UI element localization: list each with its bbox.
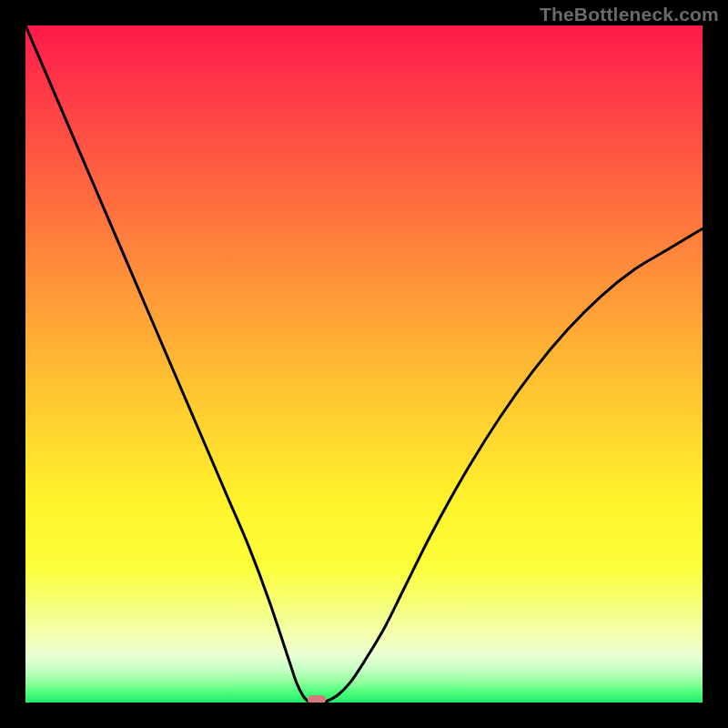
- chart-frame: TheBottleneck.com: [0, 0, 728, 728]
- bottleneck-curve: [25, 25, 703, 703]
- minimum-marker: [308, 695, 326, 703]
- plot-area: [25, 25, 703, 703]
- watermark-text: TheBottleneck.com: [540, 4, 719, 25]
